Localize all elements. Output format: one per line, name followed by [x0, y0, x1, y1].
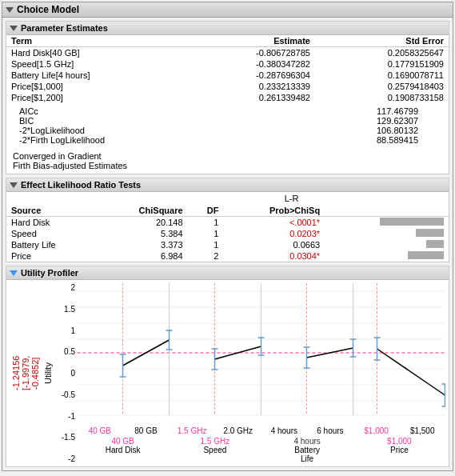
effect-lr-header: Effect Likelihood Ratio Tests	[6, 178, 449, 192]
prob-cell: 0.0304*	[223, 250, 325, 262]
selected-harddisk-label: Hard Disk	[77, 446, 169, 454]
lr-subtitle: L-R	[134, 192, 449, 205]
y-tick: -1.5	[54, 433, 75, 442]
stat-label: AICc	[19, 106, 38, 116]
term-cell: Price[$1,000]	[6, 81, 186, 92]
selected-price: $1,000 Price	[353, 437, 445, 463]
x-group-harddisk: 40 GB 80 GB	[77, 426, 169, 435]
col-stderr: Std Error	[315, 35, 449, 47]
bar-cell	[325, 217, 449, 229]
df-cell: 1	[188, 239, 224, 250]
table-row: Speed 5.384 1 0.0203*	[6, 228, 449, 239]
table-row: Hard Disk 20.148 1 <.0001*	[6, 217, 449, 229]
stderr-cell: 0.1908733158	[315, 92, 449, 103]
stat-value: 106.80132	[354, 126, 418, 135]
collapse-icon[interactable]	[6, 7, 14, 13]
term-cell: Hard Disk[40 GB]	[6, 47, 186, 59]
x-label-20ghz: 2.0 GHz	[223, 426, 253, 435]
selected-battery-label2: Life	[261, 454, 353, 463]
utility-value: -1.24156	[11, 283, 21, 463]
chart-container: 40 GB 80 GB 1.5 GHz 2.0 GHz 4 hours 6 ho…	[77, 283, 445, 463]
y-tick: -2	[54, 454, 75, 463]
stat-label: BIC	[19, 116, 34, 126]
parameter-estimates-header: Parameter Estimates	[6, 22, 449, 35]
col-chisq: ChiSquare	[98, 205, 188, 217]
y-ticks: 2 1.5 1 0.5 0 -0.5 -1 -1.5 -2	[54, 283, 77, 463]
selected-price-val: $1,000	[353, 437, 445, 446]
y-tick: -1	[54, 412, 75, 421]
choice-model-panel: Choice Model Parameter Estimates Term Es…	[2, 2, 453, 471]
selected-harddisk-val: 40 GB	[77, 437, 169, 446]
chi-cell: 3.373	[98, 239, 188, 250]
panel-title: Choice Model	[17, 4, 79, 15]
estimate-cell: -0.380347282	[186, 58, 315, 70]
estimate-cell: -0.806728785	[186, 47, 315, 59]
selected-speed-val: 1.5 GHz	[169, 437, 261, 446]
term-cell: Battery Life[4 hours]	[6, 70, 186, 81]
table-row: Battery Life 3.373 1 0.0663	[6, 239, 449, 250]
table-row: Price 6.984 2 0.0304*	[6, 250, 449, 262]
df-cell: 1	[188, 217, 224, 229]
stderr-cell: 0.1779151909	[315, 58, 449, 70]
utility-profiler-section: Utility Profiler -1.24156 [-1.9979, -0.4…	[6, 266, 449, 467]
table-row: Speed[1.5 GHz] -0.380347282 0.1779151909	[6, 58, 449, 70]
x-label-1500: $1,500	[410, 426, 435, 435]
source-cell: Battery Life	[6, 239, 98, 250]
stderr-cell: 0.1690078711	[315, 70, 449, 81]
stat-value: 117.46799	[354, 106, 418, 116]
profiler-collapse-icon[interactable]	[10, 270, 18, 276]
df-cell: 2	[188, 250, 224, 262]
svg-line-38	[377, 349, 445, 395]
selected-speed-label: Speed	[169, 446, 261, 454]
x-group-price: $1,000 $1,500	[353, 426, 445, 435]
profiler-inner: -1.24156 [-1.9979, -0.4852] Utility 2 1.…	[10, 283, 445, 463]
x-group-speed: 1.5 GHz 2.0 GHz	[169, 426, 261, 435]
stat-value: 88.589415	[354, 135, 418, 145]
selected-harddisk: 40 GB Hard Disk	[77, 437, 169, 463]
param-collapse-icon[interactable]	[10, 26, 18, 31]
estimate-cell: 0.233213339	[186, 81, 315, 92]
prob-cell: 0.0203*	[223, 228, 325, 239]
col-bar	[325, 205, 449, 217]
utility-value-label: -1.24156 [-1.9979, -0.4852]	[10, 283, 42, 463]
chi-cell: 6.984	[98, 250, 188, 262]
stat-label: -2*Firth LogLikelihood	[19, 135, 105, 145]
selected-battery-val: 4 hours	[261, 437, 353, 446]
selected-speed: 1.5 GHz Speed	[169, 437, 261, 463]
stat-row-loglik: -2*LogLikelihood 106.80132	[13, 126, 442, 135]
bar-cell	[325, 228, 449, 239]
x-label-80gb: 80 GB	[134, 426, 157, 435]
col-term: Term	[6, 35, 186, 47]
effect-title: Effect Likelihood Ratio Tests	[21, 180, 141, 190]
col-estimate: Estimate	[186, 35, 315, 47]
stat-row-aicc: AICc 117.46799	[13, 106, 442, 116]
bar-cell	[325, 239, 449, 250]
note-converged: Converged in Gradient	[13, 151, 442, 161]
df-cell: 1	[188, 228, 224, 239]
converged-notes: Converged in Gradient Firth Bias-adjuste…	[6, 148, 449, 174]
estimate-cell: -0.287696304	[186, 70, 315, 81]
x-label-4h: 4 hours	[271, 426, 297, 435]
source-cell: Price	[6, 250, 98, 262]
col-prob: Prob>ChiSq	[223, 205, 325, 217]
y-tick: -0.5	[54, 390, 75, 399]
effect-lr-section: Effect Likelihood Ratio Tests L-R Source…	[6, 178, 449, 262]
x-selected-labels: 40 GB Hard Disk 1.5 GHz Speed 4 hours Ba…	[77, 437, 445, 463]
bar-cell	[325, 250, 449, 262]
x-group-battery: 4 hours 6 hours	[261, 426, 353, 435]
y-tick: 1	[54, 326, 75, 335]
term-cell: Speed[1.5 GHz]	[6, 58, 186, 70]
utility-range2: -0.4852]	[30, 283, 40, 463]
term-cell: Price[$1,200]	[6, 92, 186, 103]
note-firth: Firth Bias-adjusted Estimates	[13, 161, 442, 170]
x-axis-labels: 40 GB 80 GB 1.5 GHz 2.0 GHz 4 hours 6 ho…	[77, 426, 445, 435]
y-axis-area: -1.24156 [-1.9979, -0.4852] Utility 2 1.…	[10, 283, 77, 463]
x-label-1000: $1,000	[364, 426, 389, 435]
chi-cell: 5.384	[98, 228, 188, 239]
effect-collapse-icon[interactable]	[10, 182, 18, 188]
parameter-estimates-section: Parameter Estimates Term Estimate Std Er…	[6, 21, 449, 174]
param-title: Parameter Estimates	[21, 23, 108, 33]
stderr-cell: 0.2058325647	[315, 47, 449, 59]
chart-svg	[77, 283, 445, 423]
x-label-6h: 6 hours	[317, 426, 343, 435]
